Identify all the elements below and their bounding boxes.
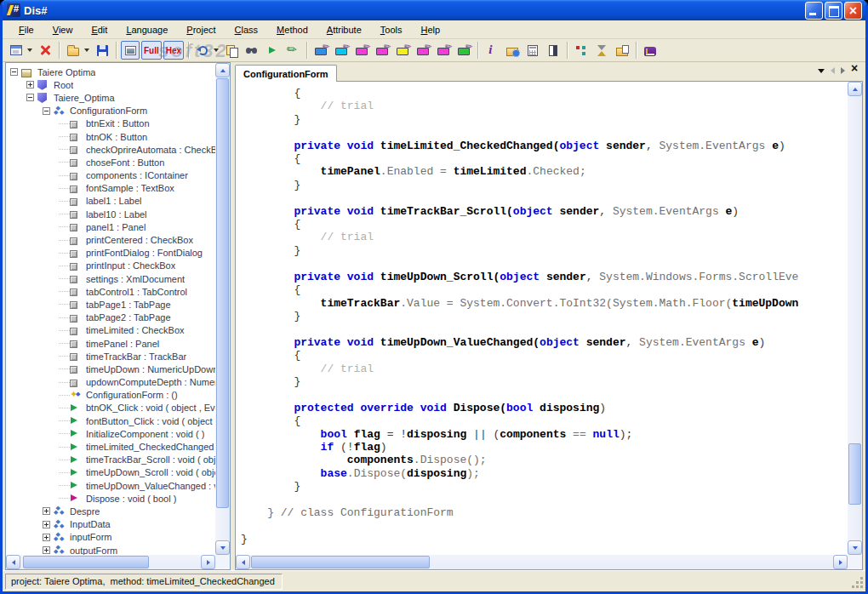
resize-grip[interactable]	[852, 577, 863, 588]
tree-item[interactable]: fontButton_Click : void ( object , E	[7, 414, 215, 427]
previous-tab-icon[interactable]	[831, 67, 835, 74]
menu-language[interactable]: Language	[117, 22, 177, 37]
tree-item[interactable]: Root	[7, 78, 215, 91]
new-window-button[interactable]	[7, 41, 26, 60]
find-button[interactable]	[243, 41, 261, 60]
menu-help[interactable]: Help	[411, 22, 449, 37]
exit-button[interactable]	[544, 41, 562, 60]
view-hex-toggle[interactable]: Hex	[163, 41, 184, 60]
tree-item[interactable]: timeLimited : CheckBox	[7, 324, 215, 337]
editor-horizontal-scroll-thumb[interactable]	[251, 556, 430, 568]
scroll-right-button[interactable]	[833, 555, 848, 569]
expand-toggle[interactable]	[26, 81, 34, 89]
tree-item[interactable]: components : IContainer	[7, 169, 215, 182]
history-button[interactable]	[592, 41, 611, 60]
tree-item[interactable]: btnOK : Button	[7, 130, 215, 143]
language-export-4-button[interactable]	[373, 41, 391, 60]
tree-item[interactable]: tabControl1 : TabControl	[7, 285, 215, 298]
menu-tools[interactable]: Tools	[371, 22, 412, 37]
tree-item[interactable]: timeUpDown : NumericUpDown	[7, 363, 215, 375]
tree-horizontal-scroll-thumb[interactable]	[23, 556, 149, 568]
edit-button[interactable]	[283, 41, 302, 60]
tree-item[interactable]: timeTrackBar_Scroll : void ( objec	[7, 454, 215, 466]
tree-item[interactable]: btnExit : Button	[7, 117, 215, 130]
view-image-toggle[interactable]	[121, 41, 140, 60]
tree-item[interactable]: timeUpDown_ValueChanged : vo	[7, 479, 215, 492]
tree-item[interactable]: Taiere Optima	[7, 66, 215, 78]
tree-item[interactable]: label1 : Label	[7, 195, 215, 208]
expand-toggle[interactable]	[43, 507, 50, 515]
calculator-button[interactable]	[523, 41, 542, 60]
tree-item[interactable]: choseFont : Button	[7, 156, 215, 168]
export-folder-button[interactable]	[613, 41, 631, 60]
language-export-5-button[interactable]	[393, 41, 412, 60]
menu-edit[interactable]: Edit	[82, 22, 117, 37]
tree-item[interactable]: printInput : CheckBox	[7, 260, 215, 272]
refresh-button[interactable]	[193, 41, 212, 60]
menu-class[interactable]: Class	[226, 22, 268, 37]
view-full-toggle[interactable]: Full	[141, 41, 162, 60]
tree-item[interactable]: tabPage1 : TabPage	[7, 298, 215, 311]
expand-toggle[interactable]	[43, 521, 50, 528]
save-button[interactable]	[93, 41, 111, 60]
tree-item[interactable]: outputForm	[7, 544, 215, 555]
language-export-2-button[interactable]	[332, 41, 351, 60]
tree-item[interactable]: timeLimited_CheckedChanged : v	[7, 440, 215, 453]
tree-horizontal-scrollbar[interactable]	[6, 555, 215, 569]
new-window-dropdown[interactable]	[25, 41, 34, 60]
tree-vertical-scrollbar[interactable]	[215, 63, 230, 555]
language-export-7-button[interactable]	[434, 41, 453, 60]
project-settings-button[interactable]	[503, 41, 522, 60]
tree-item[interactable]: Despre	[7, 505, 215, 517]
menu-project[interactable]: Project	[177, 22, 225, 37]
open-button[interactable]	[64, 41, 83, 60]
tree-item[interactable]: ConfigurationForm : ()	[7, 389, 215, 402]
hierarchy-button[interactable]	[572, 41, 591, 60]
tab-list-dropdown-icon[interactable]	[818, 69, 825, 73]
collapse-toggle[interactable]	[43, 107, 50, 115]
tree-item[interactable]: fontSample : TextBox	[7, 182, 215, 195]
tree-item[interactable]: timePanel : Panel	[7, 337, 215, 350]
tree-item[interactable]: settings : XmlDocument	[7, 272, 215, 285]
tree-item[interactable]: btnOK_Click : void ( object , Eve	[7, 402, 215, 414]
help-button[interactable]	[641, 41, 660, 60]
editor-vertical-scroll-thumb[interactable]	[848, 443, 861, 505]
maximize-button[interactable]	[825, 2, 842, 20]
delete-button[interactable]	[36, 41, 54, 60]
tree-vertical-scroll-thumb[interactable]	[216, 78, 229, 508]
expand-toggle[interactable]	[43, 534, 50, 541]
menu-attribute[interactable]: Attribute	[317, 22, 371, 37]
info-button[interactable]	[483, 41, 501, 60]
tree-item[interactable]: timeUpDown_Scroll : void ( objec	[7, 466, 215, 479]
tree-item[interactable]: tabPage2 : TabPage	[7, 311, 215, 324]
scroll-up-button[interactable]	[215, 63, 230, 77]
open-dropdown[interactable]	[82, 41, 91, 60]
next-tab-icon[interactable]	[841, 67, 845, 74]
tree-item[interactable]: inputForm	[7, 531, 215, 544]
scroll-left-button[interactable]	[236, 555, 250, 569]
tree-item[interactable]: updownComputeDepth : Numeric	[7, 376, 215, 389]
scroll-left-button[interactable]	[6, 555, 20, 569]
expand-toggle[interactable]	[43, 546, 50, 554]
copy-button[interactable]	[222, 41, 241, 60]
code-editor[interactable]: { // trial } private void timeLimited_Ch…	[235, 81, 863, 570]
scroll-down-button[interactable]	[848, 540, 862, 555]
language-export-6-button[interactable]	[414, 41, 432, 60]
tree-item[interactable]: timeTrackBar : TrackBar	[7, 350, 215, 363]
tab-configurationform[interactable]: ConfigurationForm	[235, 65, 337, 82]
tree-item[interactable]: InitializeComponent : void ( )	[7, 427, 215, 440]
refresh-dropdown[interactable]	[211, 41, 220, 60]
scroll-right-button[interactable]	[201, 555, 215, 569]
menu-view[interactable]: View	[43, 22, 83, 37]
language-export-3-button[interactable]	[352, 41, 371, 60]
language-export-8-button[interactable]	[454, 41, 473, 60]
collapse-toggle[interactable]	[10, 68, 18, 76]
language-export-1-button[interactable]	[311, 41, 330, 60]
minimize-button[interactable]	[805, 2, 823, 20]
tree-item[interactable]: printFontDialog : FontDialog	[7, 247, 215, 260]
close-button[interactable]	[844, 2, 862, 20]
tree-item[interactable]: checkOprireAutomata : CheckBo	[7, 143, 215, 156]
code-view[interactable]: { // trial } private void timeLimited_Ch…	[237, 83, 848, 555]
tree-item[interactable]: Dispose : void ( bool )	[7, 492, 215, 505]
tree-item[interactable]: InputData	[7, 518, 215, 531]
